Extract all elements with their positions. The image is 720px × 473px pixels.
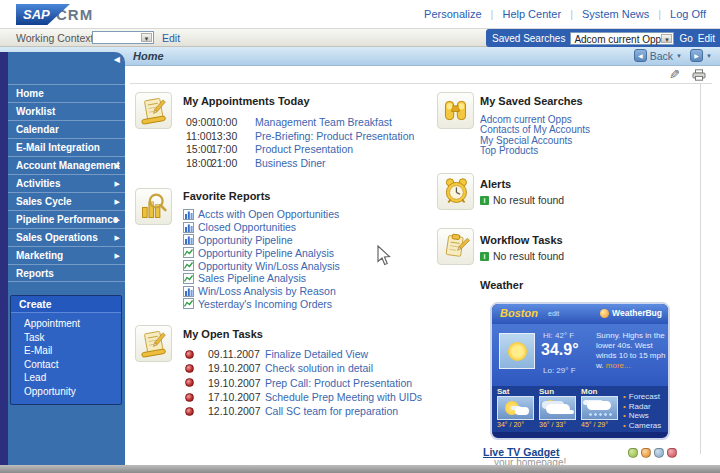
appointment-start: 18:00 — [186, 157, 211, 171]
forecast-weather-icon — [581, 396, 618, 420]
sidebar-item[interactable]: Home ▶ — [8, 84, 125, 102]
bug-icon-red[interactable] — [667, 448, 677, 458]
context-toolbar: Working Context ▼ Edit Saved Searches Ad… — [0, 29, 720, 47]
history-nav: ◀ Back ▼ ▶ ▼ — [634, 49, 712, 62]
working-context-edit-link[interactable]: Edit — [162, 32, 180, 44]
sidebar-item[interactable]: Marketing ▶ — [8, 246, 125, 264]
submenu-arrow-icon: ▶ — [115, 211, 120, 229]
create-item[interactable]: Lead — [11, 371, 121, 385]
sidebar-item[interactable]: Sales Cycle ▶ — [8, 192, 125, 210]
report-link[interactable]: Yesterday's Incoming Orders — [198, 298, 332, 310]
open-tasks-icon — [135, 325, 172, 362]
sidebar-item[interactable]: Account Management ▶ — [8, 156, 125, 174]
task-link[interactable]: Check solution in detail — [265, 361, 422, 375]
weather-link[interactable]: Radar — [623, 402, 661, 412]
saved-search-edit-link[interactable]: Edit — [698, 33, 715, 44]
appointment-link[interactable]: Product Presentation — [255, 143, 414, 157]
report-item: Opportunity Win/Loss Analysis — [183, 259, 340, 272]
saved-searches-icon — [437, 92, 474, 129]
saved-searches-list: Adcom current OppsContacts of My Account… — [480, 115, 590, 156]
report-link[interactable]: Opportunity Win/Loss Analysis — [198, 260, 340, 272]
weather-forecast: Sat 34° / 20° Sun 36° / 33° — [492, 386, 668, 432]
task-row: 09.11.2007 Finalize Detailed View — [185, 347, 422, 361]
back-icon[interactable]: ◀ — [634, 49, 647, 62]
appointment-end: 17:00 — [211, 143, 255, 157]
create-item[interactable]: Contact — [11, 358, 121, 372]
bug-icon-green[interactable] — [628, 448, 638, 458]
back-dropdown-icon[interactable]: ▼ — [676, 53, 682, 59]
appointments-icon — [135, 92, 172, 129]
appointment-link[interactable]: Management Team Breakfast — [255, 116, 414, 130]
task-link[interactable]: Prep Call: Product Presentation — [265, 376, 422, 390]
create-item[interactable]: E-Mail — [11, 344, 121, 358]
weather-edit-link[interactable]: edit — [548, 310, 559, 317]
weather-more-link[interactable]: more... — [606, 361, 631, 370]
sidebar-item[interactable]: Sales Operations ▶ — [8, 228, 125, 246]
report-chart-icon — [183, 273, 194, 284]
edit-page-icon[interactable]: ✎ — [669, 67, 680, 82]
sidebar-item[interactable]: Reports ▶ — [8, 264, 125, 282]
saved-searches-select[interactable]: Adcom current Opps ▼ — [570, 32, 674, 45]
alerts-title: Alerts — [480, 178, 511, 190]
report-link[interactable]: Closed Opportunities — [198, 221, 296, 233]
report-link[interactable]: Opportunity Pipeline Analysis — [198, 247, 334, 259]
saved-searches-label: Saved Searches — [492, 33, 565, 44]
weather-link[interactable]: News — [623, 411, 661, 421]
report-chart-icon — [183, 209, 194, 220]
sidebar-item[interactable]: Worklist ▶ — [8, 102, 125, 120]
print-icon[interactable] — [692, 69, 706, 81]
forecast-day: Sun 36° / 33° — [539, 387, 577, 428]
bottom-bar — [0, 465, 720, 473]
create-item[interactable]: Task — [11, 331, 121, 345]
report-chart-icon — [183, 222, 194, 233]
report-item: Opportunity Pipeline — [183, 234, 340, 247]
header-link[interactable]: Help Center — [482, 8, 562, 20]
dropdown-arrow-icon[interactable]: ▼ — [661, 34, 672, 43]
sidebar-item[interactable]: E-Mail Integration ▶ — [8, 138, 125, 156]
task-link[interactable]: Finalize Detailed View — [265, 347, 422, 361]
report-chart-icon — [183, 298, 194, 309]
task-row: 19.10.2007 Check solution in detail — [185, 361, 422, 375]
task-link[interactable]: Call SC team for preparation — [265, 404, 422, 418]
weather-city[interactable]: Boston — [500, 307, 538, 319]
header-link[interactable]: System News — [561, 8, 649, 20]
bug-icon-orange[interactable] — [641, 448, 651, 458]
header-link[interactable]: Personalize — [424, 8, 481, 20]
forward-dropdown-icon[interactable]: ▼ — [706, 53, 712, 59]
page-tools: ✎ — [669, 67, 706, 82]
task-priority-icon — [185, 364, 194, 373]
bug-icon-blue[interactable] — [654, 448, 664, 458]
appointment-link[interactable]: Pre-Briefing: Product Presentation — [255, 130, 414, 144]
alerts-icon — [437, 173, 474, 210]
report-link[interactable]: Accts with Open Opportunities — [198, 208, 339, 220]
saved-search-go-button[interactable]: Go — [679, 33, 692, 44]
header-link[interactable]: Log Off — [649, 8, 706, 20]
weather-link[interactable]: Forecast — [623, 392, 661, 402]
task-link[interactable]: Schedule Prep Meeting with UIDs — [265, 390, 422, 404]
favorite-reports-title: Favorite Reports — [183, 190, 270, 202]
sidebar-collapse-icon[interactable]: ◀ — [114, 55, 120, 64]
appointment-start: 11:00 — [186, 130, 211, 144]
weather-link[interactable]: Cameras — [623, 421, 661, 431]
sidebar-item[interactable]: Pipeline Performance ▶ — [8, 210, 125, 228]
report-link[interactable]: Win/Loss Analysis by Reason — [198, 285, 336, 297]
sidebar-item[interactable]: Activities ▶ — [8, 174, 125, 192]
back-button-label[interactable]: Back — [650, 50, 673, 62]
task-row: 17.10.2007 Schedule Prep Meeting with UI… — [185, 390, 422, 404]
report-link[interactable]: Opportunity Pipeline — [198, 234, 293, 246]
forward-icon[interactable]: ▶ — [690, 49, 703, 62]
saved-search-link[interactable]: Top Products — [480, 146, 590, 156]
weather-header: Boston edit WeatherBug — [492, 304, 668, 324]
report-chart-icon — [183, 260, 194, 271]
submenu-arrow-icon: ▶ — [115, 247, 120, 265]
saved-searches-title: My Saved Searches — [480, 95, 583, 107]
working-context-select[interactable]: ▼ — [92, 31, 154, 44]
task-date: 19.10.2007 — [208, 361, 265, 375]
task-priority-icon — [185, 393, 194, 402]
create-item[interactable]: Appointment — [11, 317, 121, 331]
appointment-link[interactable]: Business Diner — [255, 157, 414, 171]
report-link[interactable]: Sales Pipeline Analysis — [198, 272, 306, 284]
dropdown-arrow-icon[interactable]: ▼ — [141, 33, 152, 42]
sidebar-item[interactable]: Calendar ▶ — [8, 120, 125, 138]
create-item[interactable]: Opportunity — [11, 385, 121, 399]
